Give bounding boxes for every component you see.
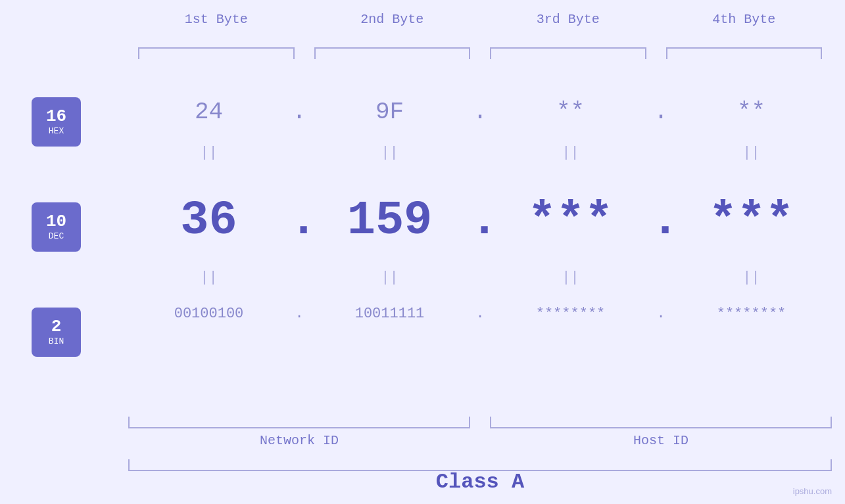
top-bracket-4 [666,47,823,59]
top-bracket-3 [490,47,646,59]
dec-row: 36 . 159 . *** . *** [128,194,832,248]
equals-dec-bin: || || || || [128,269,832,286]
hex-badge-label: HEX [49,126,64,136]
hex-byte4: ** [671,99,832,126]
eq3: || [490,145,651,161]
col-header-byte1: 1st Byte [128,12,304,27]
top-brackets [128,47,832,59]
bottom-brackets [128,417,832,428]
host-bracket [490,417,832,428]
eq6: || [309,269,470,286]
eq5: || [128,269,289,286]
eq-dot-1 [289,145,309,161]
bin-badge: 2 BIN [32,308,81,357]
equals-hex-dec: || || || || [128,145,832,161]
bin-byte4: ******** [671,306,832,322]
dec-byte4: *** [671,194,832,248]
eq-dot-2 [470,145,490,161]
hex-byte2: 9F [309,99,470,126]
column-headers: 1st Byte 2nd Byte 3rd Byte 4th Byte [128,12,832,27]
host-id-label: Host ID [490,433,832,448]
network-id-label: Network ID [128,433,470,448]
main-grid: 24 . 9F . ** . ** || || || || 36 . 159 .… [128,66,832,438]
hex-row: 24 . 9F . ** . ** [128,99,832,126]
eq1: || [128,145,289,161]
dot-dec-2: . [470,194,490,248]
col-header-byte3: 3rd Byte [480,12,656,27]
eq7: || [490,269,651,286]
eq-dot-6 [651,269,671,286]
hex-badge: 16 HEX [32,97,81,147]
bin-badge-num: 2 [51,318,62,335]
eq-dot-5 [470,269,490,286]
network-bracket [128,417,470,428]
dot-bin-2: . [470,306,490,322]
eq-dot-4 [289,269,309,286]
top-bracket-2 [314,47,471,59]
dot-hex-3: . [651,99,671,126]
eq-dot-3 [651,145,671,161]
dot-hex-2: . [470,99,490,126]
dec-byte1: 36 [128,194,289,248]
hex-byte1: 24 [128,99,289,126]
bin-row: 00100100 . 10011111 . ******** . *******… [128,306,832,322]
dot-dec-3: . [651,194,671,248]
eq2: || [309,145,470,161]
eq4: || [671,145,832,161]
bin-badge-label: BIN [49,336,64,346]
dec-badge-num: 10 [46,213,66,230]
hex-badge-num: 16 [46,108,66,125]
col-header-byte2: 2nd Byte [304,12,481,27]
dec-byte2: 159 [309,194,470,248]
dot-dec-1: . [289,194,309,248]
eq8: || [671,269,832,286]
bin-byte1: 00100100 [128,306,289,322]
dec-byte3: *** [490,194,651,248]
id-labels-row: Network ID Host ID [128,433,832,448]
top-bracket-1 [138,47,295,59]
dot-bin-1: . [289,306,309,322]
bin-byte2: 10011111 [309,306,470,322]
dot-bin-3: . [651,306,671,322]
dot-hex-1: . [289,99,309,126]
hex-byte3: ** [490,99,651,126]
watermark: ipshu.com [793,486,832,496]
bin-byte3: ******** [490,306,651,322]
dec-badge: 10 DEC [32,202,81,252]
class-label: Class A [128,470,832,494]
col-header-byte4: 4th Byte [656,12,833,27]
dec-badge-label: DEC [49,231,64,241]
